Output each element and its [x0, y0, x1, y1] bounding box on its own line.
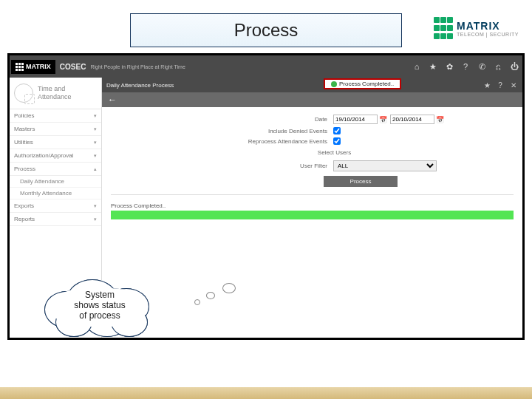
product-tagline: Right People in Right Place at Right Tim…	[90, 64, 185, 69]
reprocess-label: Reprocess Attendance Events	[242, 138, 327, 145]
user-filter-label: User Filter	[242, 163, 327, 169]
brand-name: MATRIX	[457, 20, 519, 32]
app-logo: MATRIX	[11, 60, 55, 74]
chevron-down-icon: ▾	[94, 113, 97, 119]
page-title: Daily Attendance Process	[106, 82, 174, 89]
clock-icon	[14, 83, 33, 103]
chevron-down-icon: ▾	[94, 203, 97, 209]
callout-line2: shows status	[44, 300, 155, 310]
success-icon	[331, 81, 337, 87]
callout-cloud: System shows status of process	[44, 278, 155, 337]
calendar-icon[interactable]: 📅	[436, 116, 444, 123]
toolbar: ←	[102, 92, 522, 107]
slide-footer-bar	[0, 387, 532, 399]
sidebar-item-utilities[interactable]: Utilities▾	[10, 136, 101, 149]
home-icon[interactable]: ⌂	[409, 58, 425, 75]
result-label: Process Completed..	[111, 202, 514, 209]
callout-line1: System	[44, 290, 155, 300]
sidebar-item-reports[interactable]: Reports▾	[10, 213, 101, 226]
reprocess-checkbox[interactable]	[333, 137, 341, 145]
sync-icon[interactable]: ⎌	[490, 58, 506, 75]
slide-title: Process	[130, 13, 403, 47]
date-label: Date	[242, 116, 327, 123]
date-from-input[interactable]	[333, 115, 378, 124]
brand-sub: TELECOM | SECURITY	[457, 32, 519, 37]
product-name: COSEC	[60, 63, 86, 71]
help-icon[interactable]: ?	[457, 58, 474, 75]
star-icon[interactable]: ★	[425, 58, 441, 75]
status-badge: Process Completed..	[324, 78, 401, 89]
user-filter-select[interactable]: ALL	[333, 160, 437, 171]
phone-icon[interactable]: ✆	[474, 58, 490, 75]
sidebar-sub-daily[interactable]: Daily Attendance	[10, 176, 101, 188]
include-denied-checkbox[interactable]	[333, 127, 341, 134]
favorite-icon[interactable]: ★	[481, 79, 493, 91]
include-denied-label: Include Denied Events	[242, 128, 327, 134]
help-icon[interactable]: ?	[494, 79, 506, 91]
back-icon[interactable]: ←	[108, 95, 117, 105]
chevron-down-icon: ▾	[94, 216, 97, 222]
power-icon[interactable]: ⏻	[506, 58, 522, 75]
sidebar-item-exports[interactable]: Exports▾	[10, 200, 101, 213]
sidebar-item-policies[interactable]: Policies▾	[10, 109, 101, 123]
progress-bar	[111, 211, 514, 219]
chevron-up-icon: ▴	[94, 166, 97, 172]
sidebar-module[interactable]: Time and Attendance	[10, 78, 101, 109]
sidebar-item-auth[interactable]: Authorization/Approval▾	[10, 149, 101, 163]
app-header: MATRIX COSEC Right People in Right Place…	[10, 55, 522, 78]
calendar-icon[interactable]: 📅	[379, 116, 387, 123]
sidebar-item-process[interactable]: Process▴	[10, 163, 101, 176]
settings-icon[interactable]: ✿	[441, 58, 457, 75]
chevron-down-icon: ▾	[94, 140, 97, 146]
chevron-down-icon: ▾	[94, 153, 97, 159]
brand-logo: MATRIX TELECOM | SECURITY	[433, 13, 519, 43]
sidebar-item-masters[interactable]: Masters▾	[10, 123, 101, 136]
date-to-input[interactable]	[390, 115, 434, 124]
breadcrumb-bar: Daily Attendance Process Process Complet…	[102, 78, 522, 92]
chevron-down-icon: ▾	[94, 126, 97, 132]
callout-line3: of process	[44, 310, 155, 321]
process-button[interactable]: Process	[324, 176, 398, 187]
form-panel: Date 📅 📅 Include Denied Events Reprocess…	[102, 107, 522, 338]
module-label: Time and Attendance	[38, 85, 72, 101]
close-icon[interactable]: ✕	[508, 79, 519, 91]
sidebar-sub-monthly[interactable]: Monthly Attendance	[10, 188, 101, 200]
select-users-label: Select Users	[102, 149, 522, 156]
